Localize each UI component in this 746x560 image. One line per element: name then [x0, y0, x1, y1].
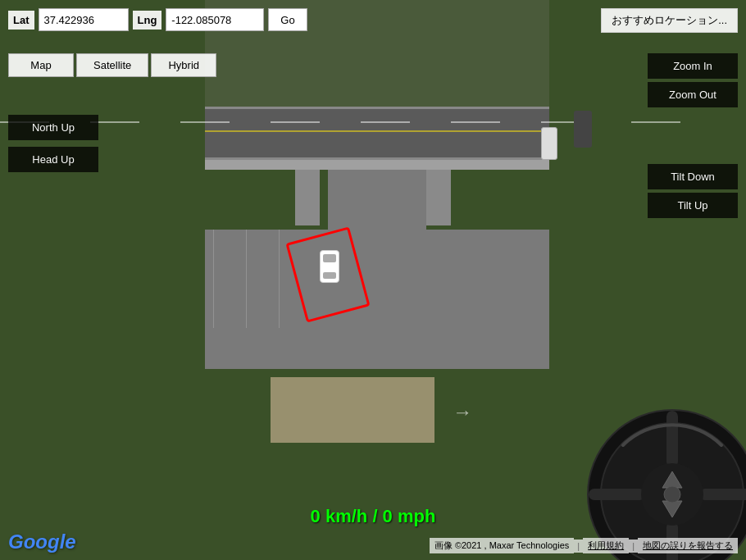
lng-input[interactable]	[166, 8, 264, 31]
driveway-north-2	[426, 160, 451, 225]
driveway-north	[295, 160, 320, 225]
satellite-button[interactable]: Satellite	[76, 53, 148, 77]
lane-mark-5	[361, 121, 410, 123]
park-line-1	[213, 230, 214, 328]
tilt-controls: Tilt Down Tilt Up	[648, 164, 738, 218]
map-type-controls: Map Satellite Hybrid	[8, 53, 216, 77]
tilt-down-button[interactable]: Tilt Down	[648, 164, 738, 189]
copyright-text: 画像 ©2021 , Maxar Technologies	[430, 538, 574, 553]
lane-mark-6	[451, 121, 500, 123]
hybrid-button[interactable]: Hybrid	[151, 53, 216, 77]
park-line-3	[279, 230, 280, 328]
go-button[interactable]: Go	[268, 8, 307, 31]
google-logo-text: Google	[8, 530, 76, 553]
lane-mark-3	[180, 121, 230, 123]
google-logo: Google	[8, 530, 76, 553]
tilt-up-button[interactable]: Tilt Up	[648, 193, 738, 218]
building-south	[271, 377, 434, 443]
report-link[interactable]: 地図の誤りを報告する	[638, 538, 738, 553]
sep-2: |	[629, 540, 638, 553]
north-up-button[interactable]: North Up	[8, 115, 98, 140]
head-up-button[interactable]: Head Up	[8, 147, 98, 172]
steering-wheel	[582, 404, 746, 560]
zoom-in-button[interactable]: Zoom In	[648, 53, 738, 79]
sidewalk	[205, 160, 549, 170]
map-button[interactable]: Map	[8, 53, 74, 77]
zoom-controls: Zoom In Zoom Out	[648, 53, 738, 107]
copyright-bar: 画像 ©2021 , Maxar Technologies | 利用規約 | 地…	[430, 538, 738, 553]
speed-display: 0 km/h / 0 mph	[311, 506, 436, 527]
lane-mark-8	[631, 121, 680, 123]
car-marker	[320, 250, 339, 283]
recommended-location[interactable]: おすすめロケーション...	[601, 8, 738, 33]
sep-1: |	[574, 540, 583, 553]
svg-point-10	[664, 486, 680, 503]
lng-label: Lng	[133, 11, 162, 30]
car-on-road-1	[541, 127, 557, 160]
navigation-controls: North Up Head Up	[8, 115, 98, 172]
park-line-2	[246, 230, 247, 328]
car-icon	[320, 250, 339, 283]
zoom-out-button[interactable]: Zoom Out	[648, 82, 738, 107]
lat-input[interactable]	[39, 8, 129, 31]
road-arrow: ↑	[453, 408, 475, 418]
coordinate-bar: Lat Lng Go	[8, 8, 307, 31]
lat-label: Lat	[8, 11, 34, 30]
car-on-road-2	[574, 111, 592, 148]
terms-link[interactable]: 利用規約	[583, 538, 629, 553]
lane-mark-4	[271, 121, 320, 123]
